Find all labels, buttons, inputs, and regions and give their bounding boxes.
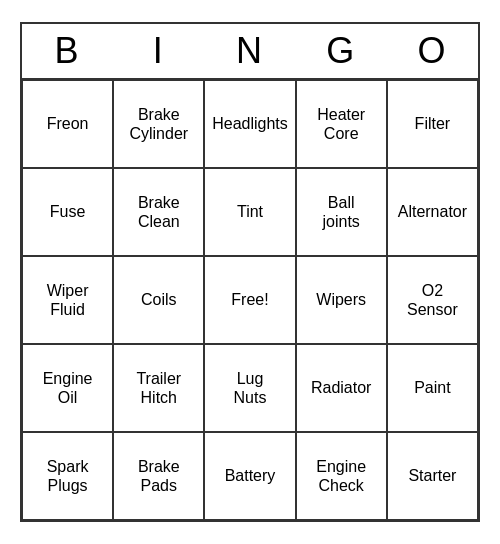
bingo-cell: EngineOil <box>22 344 113 432</box>
bingo-cell: Starter <box>387 432 478 520</box>
cell-text: Tint <box>237 202 263 221</box>
header-letter: B <box>22 24 113 78</box>
cell-text: LugNuts <box>234 369 267 407</box>
cell-text: SparkPlugs <box>47 457 89 495</box>
cell-text: EngineCheck <box>316 457 366 495</box>
header-letter: N <box>204 24 295 78</box>
cell-text: Freon <box>47 114 89 133</box>
bingo-cell: Filter <box>387 80 478 168</box>
bingo-cell: Radiator <box>296 344 387 432</box>
bingo-cell: Free! <box>204 256 295 344</box>
header-letter: O <box>387 24 478 78</box>
header-letter: I <box>113 24 204 78</box>
cell-text: Filter <box>415 114 451 133</box>
cell-text: BrakeClean <box>138 193 180 231</box>
cell-text: O2Sensor <box>407 281 458 319</box>
cell-text: Coils <box>141 290 177 309</box>
header-letter: G <box>296 24 387 78</box>
cell-text: BrakePads <box>138 457 180 495</box>
cell-text: BrakeCylinder <box>129 105 188 143</box>
bingo-cell: Tint <box>204 168 295 256</box>
bingo-cell: SparkPlugs <box>22 432 113 520</box>
cell-text: Balljoints <box>323 193 360 231</box>
cell-text: Wipers <box>316 290 366 309</box>
bingo-cell: HeaterCore <box>296 80 387 168</box>
bingo-cell: Headlights <box>204 80 295 168</box>
cell-text: WiperFluid <box>47 281 89 319</box>
cell-text: Starter <box>408 466 456 485</box>
bingo-cell: Alternator <box>387 168 478 256</box>
bingo-cell: WiperFluid <box>22 256 113 344</box>
cell-text: Fuse <box>50 202 86 221</box>
bingo-cell: Battery <box>204 432 295 520</box>
bingo-cell: LugNuts <box>204 344 295 432</box>
cell-text: HeaterCore <box>317 105 365 143</box>
bingo-cell: BrakePads <box>113 432 204 520</box>
bingo-cell: O2Sensor <box>387 256 478 344</box>
cell-text: Alternator <box>398 202 467 221</box>
bingo-cell: BrakeClean <box>113 168 204 256</box>
bingo-cell: Paint <box>387 344 478 432</box>
bingo-cell: Freon <box>22 80 113 168</box>
cell-text: Paint <box>414 378 450 397</box>
cell-text: TrailerHitch <box>136 369 181 407</box>
cell-text: Free! <box>231 290 268 309</box>
cell-text: EngineOil <box>43 369 93 407</box>
bingo-card: BINGO FreonBrakeCylinderHeadlightsHeater… <box>20 22 480 522</box>
bingo-cell: Fuse <box>22 168 113 256</box>
bingo-cell: Coils <box>113 256 204 344</box>
bingo-cell: Balljoints <box>296 168 387 256</box>
bingo-header: BINGO <box>22 24 478 80</box>
cell-text: Headlights <box>212 114 288 133</box>
bingo-cell: Wipers <box>296 256 387 344</box>
cell-text: Radiator <box>311 378 371 397</box>
bingo-cell: EngineCheck <box>296 432 387 520</box>
bingo-cell: TrailerHitch <box>113 344 204 432</box>
bingo-cell: BrakeCylinder <box>113 80 204 168</box>
bingo-grid: FreonBrakeCylinderHeadlightsHeaterCoreFi… <box>22 80 478 520</box>
cell-text: Battery <box>225 466 276 485</box>
